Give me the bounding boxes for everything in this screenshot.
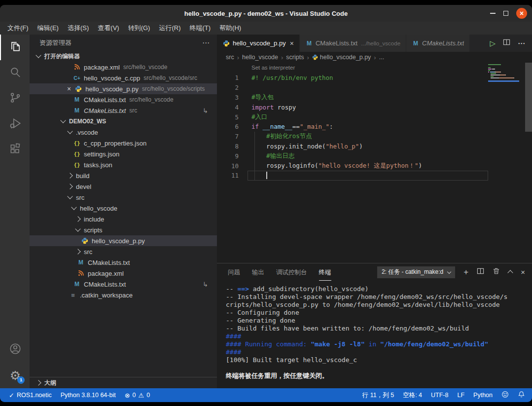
tree-folder-src[interactable]: src — [30, 192, 217, 203]
menu-item-f[interactable]: 文件(F) — [3, 24, 33, 33]
menu-item-e[interactable]: 编辑(E) — [33, 24, 63, 33]
code-line-7[interactable]: 7 #初始化ros节点 — [217, 132, 532, 142]
ros-status[interactable]: ✓ ROS1.noetic — [9, 392, 56, 399]
problems-status[interactable]: ⊗ 0 ⚠ 0 — [120, 392, 154, 399]
tree-folder-src[interactable]: src — [30, 246, 217, 257]
open-editor-item[interactable]: MCMakeLists.txtsrc/hello_vscode — [30, 94, 217, 105]
cursor-position-status[interactable]: 行 11，列 5 — [362, 391, 398, 400]
tree-file-c_cpp_properties.json[interactable]: {}c_cpp_properties.json — [30, 138, 217, 148]
tree-folder-build[interactable]: build — [30, 170, 217, 181]
run-debug-activity-button[interactable] — [0, 111, 30, 137]
panel-tab-终端[interactable]: 终端 — [319, 264, 331, 281]
breadcrumb-item-scripts[interactable]: scripts — [286, 54, 304, 61]
title-bar[interactable]: hello_vscode_p.py - demo02_ws - Visual S… — [0, 5, 532, 22]
menu-item-s[interactable]: 选择(S) — [63, 24, 93, 33]
code-line-5[interactable]: 5#入口 — [217, 112, 532, 122]
tree-folder-.vscode[interactable]: .vscode — [30, 127, 217, 138]
open-editor-item[interactable]: package.xmlsrc/hello_vscode — [30, 62, 217, 73]
code-editor[interactable]: Set as interpreter 1#! /usr/bin/env pyth… — [217, 63, 532, 263]
panel-tab-输出[interactable]: 输出 — [252, 264, 264, 281]
check-icon: ✓ — [9, 392, 14, 399]
code-line-10[interactable]: 10 rospy.loginfo("hello vscode! 这是python… — [217, 161, 532, 171]
menu-item-h[interactable]: 帮助(H) — [215, 24, 246, 33]
close-button[interactable]: × — [516, 8, 527, 19]
tab-CMakeLists.txt[interactable]: MCMakeLists.txt.../hello_vscode — [300, 35, 406, 52]
kill-terminal-icon[interactable] — [493, 267, 500, 277]
codelens-set-interpreter[interactable]: Set as interpreter — [251, 65, 295, 71]
breadcrumb-item-[interactable]: ... — [379, 54, 384, 61]
encoding-status[interactable]: UTF-8 — [426, 392, 453, 399]
outline-header[interactable]: 大纲 — [30, 377, 217, 388]
code-line-2[interactable]: 2 — [217, 83, 532, 93]
menu-item-v[interactable]: 查看(V) — [93, 24, 123, 33]
tree-file-hello_vscode_p.py[interactable]: hello_vscode_p.py — [30, 235, 217, 246]
tree-file-CMakeLists.txt[interactable]: MCMakeLists.txt↳ — [30, 279, 217, 290]
close-icon[interactable]: × — [67, 85, 71, 93]
notifications-button[interactable] — [513, 391, 525, 400]
python-interpreter-status[interactable]: Python 3.8.10 64-bit — [56, 392, 120, 399]
open-editors-header[interactable]: 打开的编辑器 — [30, 51, 217, 62]
run-python-file-icon[interactable]: ▷ — [490, 39, 496, 48]
open-editor-item[interactable]: C+hello_vscode_c.cppsrc/hello_vscode/src — [30, 73, 217, 83]
code-line-1[interactable]: 1#! /usr/bin/env python — [217, 73, 532, 83]
indentation-status[interactable]: 空格: 4 — [398, 391, 426, 400]
menu-item-t[interactable]: 终端(T) — [185, 24, 215, 33]
maximize-panel-icon[interactable] — [508, 270, 513, 275]
tab-label: CMakeLists.txt — [422, 39, 464, 47]
breadcrumb-item-src[interactable]: src — [226, 54, 234, 61]
catkin-icon: ≡ — [69, 292, 77, 299]
eol-status[interactable]: LF — [453, 392, 469, 399]
item-name: .catkin_workspace — [80, 292, 133, 299]
feedback-button[interactable] — [497, 391, 513, 400]
terminal-output[interactable]: -- ==> add_subdirectory(hello_vscode)-- … — [217, 281, 532, 388]
close-panel-icon[interactable]: × — [521, 268, 525, 276]
terminal-line: #### — [226, 332, 532, 340]
code-line-3[interactable]: 3#导入包 — [217, 93, 532, 103]
code-line-8[interactable]: 8 rospy.init_node("hello_p") — [217, 142, 532, 151]
split-editor-icon[interactable] — [503, 38, 510, 48]
open-editor-item[interactable]: MCMakeLists.txtsrc↳ — [30, 105, 217, 116]
breadcrumb-item-hello_vscode[interactable]: hello_vscode — [242, 54, 278, 61]
split-terminal-icon[interactable] — [477, 267, 484, 277]
explorer-more-actions-icon[interactable]: ⋯ — [202, 38, 210, 47]
code-line-11[interactable]: 11 — [217, 171, 532, 181]
tree-folder-hello_vscode[interactable]: hello_vscode — [30, 203, 217, 214]
menu-item-r[interactable]: 运行(R) — [154, 24, 185, 33]
breadcrumb-item-hello_vscode_ppy[interactable]: hello_vscode_p.py — [312, 54, 371, 61]
workspace-header[interactable]: DEMO02_WS — [30, 116, 217, 127]
panel-tab-调试控制台[interactable]: 调试控制台 — [276, 264, 307, 281]
more-actions-icon[interactable]: ⋯ — [518, 39, 526, 48]
tree-file-package.xml[interactable]: package.xml — [30, 268, 217, 279]
minimize-button[interactable] — [490, 13, 496, 14]
panel-tab-问题[interactable]: 问题 — [228, 264, 240, 281]
maximize-button[interactable] — [503, 11, 508, 16]
tree-file-settings.json[interactable]: {}settings.json — [30, 148, 217, 159]
minimap[interactable] — [488, 64, 519, 80]
tree-file-tasks.json[interactable]: {}tasks.json — [30, 159, 217, 170]
source-control-activity-button[interactable] — [0, 86, 30, 111]
tab-label: hello_vscode_p.py — [233, 39, 286, 47]
new-terminal-icon[interactable]: + — [463, 268, 468, 276]
settings-button[interactable]: ⚙ 1 — [0, 363, 30, 388]
tree-folder-scripts[interactable]: scripts — [30, 224, 217, 235]
terminal-picker-dropdown[interactable]: 2: 任务 - catkin_make:d — [377, 266, 455, 278]
tree-file-CMakeLists.txt[interactable]: MCMakeLists.txt — [30, 257, 217, 268]
editor-scrollbar[interactable] — [525, 63, 532, 132]
explorer-activity-button[interactable] — [0, 35, 30, 60]
code-line-9[interactable]: 9 #输出日志 — [217, 151, 532, 161]
menu-item-g[interactable]: 转到(G) — [124, 24, 155, 33]
tree-folder-include[interactable]: include — [30, 214, 217, 224]
source-control-icon — [9, 91, 22, 106]
tab-CMakeLists.txt[interactable]: MCMakeLists.txt — [406, 35, 470, 52]
close-icon[interactable]: × — [290, 39, 294, 47]
search-activity-button[interactable] — [0, 60, 30, 86]
tab-hello_vscode_p.py[interactable]: hello_vscode_p.py× — [217, 35, 300, 52]
code-line-4[interactable]: 4import rospy — [217, 102, 532, 112]
extensions-activity-button[interactable] — [0, 137, 30, 163]
tree-folder-devel[interactable]: devel — [30, 181, 217, 192]
account-button[interactable] — [0, 337, 30, 363]
open-editor-item[interactable]: ×hello_vscode_p.pysrc/hello_vscode/scrip… — [30, 83, 217, 94]
language-mode-status[interactable]: Python — [469, 392, 497, 399]
tree-file-.catkin_workspace[interactable]: ≡.catkin_workspace — [30, 290, 217, 300]
code-line-6[interactable]: 6if __name__=="_main_": — [217, 122, 532, 132]
